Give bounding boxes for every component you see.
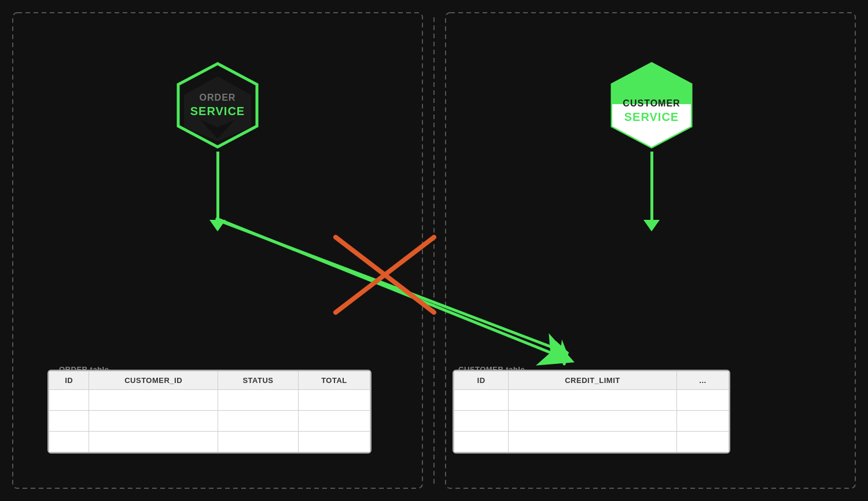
- order-table: ID CUSTOMER_ID STATUS TOTAL: [47, 370, 372, 454]
- table-row: [49, 390, 370, 411]
- table-row: [454, 432, 729, 452]
- diagram-canvas: ORDER SERVICE ORDER table ID CUSTOMER_ID…: [12, 12, 856, 489]
- table-row: [454, 390, 729, 411]
- col-id: ID: [454, 371, 509, 390]
- order-service-hex: ORDER SERVICE: [171, 59, 264, 221]
- col-status: STATUS: [218, 371, 298, 390]
- table-row: [49, 432, 370, 452]
- customer-table: ID CREDIT_LIMIT ...: [453, 370, 730, 454]
- customer-service-hex: CUSTOMER SERVICE: [605, 59, 698, 221]
- col-total: TOTAL: [298, 371, 370, 390]
- customer-hex-shape: CUSTOMER SERVICE: [605, 59, 698, 152]
- table-row: [454, 411, 729, 432]
- col-id: ID: [49, 371, 89, 390]
- order-hex-shape: ORDER SERVICE: [171, 59, 264, 152]
- order-service-label: ORDER SERVICE: [190, 92, 245, 119]
- col-more: ...: [676, 371, 729, 390]
- col-credit-limit: CREDIT_LIMIT: [509, 371, 677, 390]
- customer-service-label: CUSTOMER SERVICE: [623, 98, 680, 125]
- col-customer-id: CUSTOMER_ID: [89, 371, 218, 390]
- table-row: [49, 411, 370, 432]
